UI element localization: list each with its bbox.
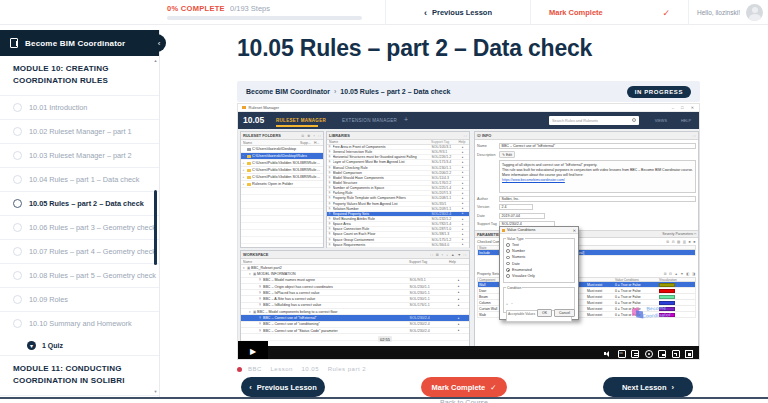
help-icon[interactable]: ●: [458, 243, 468, 246]
previous-lesson-link[interactable]: ‹ Previous Lesson: [385, 0, 530, 25]
transcript-icon[interactable]: [631, 350, 639, 358]
dialog-titlebar[interactable]: Value Conditions ✕: [500, 227, 578, 234]
help-icon[interactable]: ●: [458, 187, 468, 190]
tab-ruleset-manager[interactable]: RULESET MANAGER: [276, 118, 326, 123]
help-icon[interactable]: ●: [458, 197, 468, 200]
tree-caret-icon[interactable]: −: [243, 154, 247, 158]
ok-button[interactable]: OK: [537, 309, 552, 317]
help-icon[interactable]: ●: [458, 156, 468, 159]
add-tab-button[interactable]: +: [404, 116, 408, 123]
help-icon[interactable]: ●: [458, 166, 468, 169]
radio-icon[interactable]: [506, 249, 510, 253]
video-player[interactable]: Ruleset Manager – □ ✕ 10.05 RULESET MANA…: [237, 103, 700, 360]
color-swatch[interactable]: [659, 289, 675, 293]
version-field[interactable]: 2.4: [499, 204, 533, 210]
radio-icon[interactable]: [506, 243, 510, 247]
help-icon[interactable]: ●: [450, 285, 468, 288]
help-icon[interactable]: ●: [458, 192, 468, 195]
search-input[interactable]: [549, 116, 639, 125]
color-swatch[interactable]: [659, 283, 675, 287]
help-icon[interactable]: ●: [450, 298, 468, 301]
help-icon[interactable]: ●: [458, 238, 468, 241]
sidebar-quiz-item[interactable]: ▾ 1 Quiz: [0, 336, 159, 356]
edit-button[interactable]: ✎ Edit: [499, 151, 515, 158]
sidebar-lesson-item[interactable]: 10.07 Rules – part 4 – Geometry check: [0, 240, 159, 264]
fullscreen-icon[interactable]: [685, 350, 693, 358]
help-icon[interactable]: ●: [458, 207, 468, 210]
folder-row[interactable]: + C:\Users\Public\Golden SOLIBRI\Ruleset…: [241, 160, 323, 167]
breadcrumb-course-link[interactable]: Become BIM Coordinator: [246, 88, 330, 95]
components-table-icons[interactable]: ⊞ ⊟ ▤ ▥ ■ ■: [666, 240, 696, 244]
back-to-course-link[interactable]: Back to Course: [421, 399, 507, 403]
sidebar-lesson-item[interactable]: 10.01 Introduction: [0, 96, 159, 120]
sidebar-scrollbar[interactable]: ▲ ▼: [153, 60, 158, 392]
help-icon[interactable]: ●: [450, 317, 468, 320]
folders-toolbar-icons[interactable]: ⊙ ⊕ ↑ □: [301, 134, 321, 138]
menu-views[interactable]: VIEWS: [655, 119, 667, 123]
tab-extension-manager[interactable]: EXTENSION MANAGER: [342, 118, 397, 123]
folder-row[interactable]: + C:\Users\Public\Golden SOLIBRI\Ruleset…: [241, 174, 323, 181]
radio-icon[interactable]: [506, 256, 510, 260]
course-link[interactable]: https://www.becomebimcoordinator.com/: [502, 178, 565, 182]
color-swatch[interactable]: [659, 295, 675, 299]
scrollbar-thumb[interactable]: [154, 190, 157, 265]
help-icon[interactable]: ●: [450, 279, 468, 282]
author-field[interactable]: Solibri, Inc.: [499, 196, 696, 202]
folder-row[interactable]: C:\Users\ilozinski\Desktop: [241, 146, 323, 153]
folder-row[interactable]: − C:\Users\ilozinski\Desktop\Rules: [241, 153, 323, 160]
help-icon[interactable]: ●: [458, 202, 468, 205]
picture-in-picture-icon[interactable]: [658, 350, 666, 358]
help-icon[interactable]: ●: [458, 146, 468, 149]
libraries-toolbar-icons[interactable]: □: [464, 134, 467, 138]
help-icon[interactable]: ●: [458, 212, 468, 215]
help-icon[interactable]: ●: [458, 161, 468, 164]
condition-tools-icons[interactable]: + −: [506, 302, 514, 306]
folder-row[interactable]: + C:\Users\Public\Golden SOLIBRI\Ruleset…: [241, 167, 323, 174]
next-lesson-button[interactable]: Next Lesson ›: [603, 377, 693, 397]
folder-row[interactable]: + Rulesets Open in Folder: [241, 181, 323, 188]
radio-icon[interactable]: [506, 262, 510, 266]
help-icon[interactable]: ●: [450, 329, 468, 332]
workspace-toolbar-icons[interactable]: □ ⊞ ↑ ↓ ▲ ▼ □: [431, 253, 467, 257]
close-icon[interactable]: ✕: [573, 228, 576, 233]
help-icon[interactable]: ●: [458, 171, 468, 174]
sidebar-lesson-item[interactable]: 10.05 Rules – part 2 – Data check: [0, 192, 159, 216]
info-toolbar-icons[interactable]: □: [693, 134, 696, 138]
tree-caret-icon[interactable]: +: [243, 175, 247, 179]
help-icon[interactable]: ●: [458, 228, 468, 231]
radio-icon[interactable]: [506, 274, 510, 278]
help-icon[interactable]: ●: [450, 323, 468, 326]
panel-expand-icon[interactable]: □: [694, 232, 696, 236]
tree-caret-icon[interactable]: +: [243, 168, 247, 172]
scroll-up-icon[interactable]: ▲: [153, 58, 158, 63]
value-type-option[interactable]: Visualize Only: [506, 273, 572, 279]
help-icon[interactable]: ●: [458, 182, 468, 185]
cancel-button[interactable]: Cancel: [554, 309, 575, 317]
help-icon[interactable]: ●: [458, 218, 468, 221]
settings-gear-icon[interactable]: [645, 350, 653, 358]
tree-caret-icon[interactable]: +: [243, 182, 247, 186]
menu-help[interactable]: HELP: [681, 119, 691, 123]
sidebar-lesson-item[interactable]: 10.02 Ruleset Manager – part 1: [0, 120, 159, 144]
volume-icon[interactable]: [604, 350, 612, 358]
play-button[interactable]: ▶: [238, 341, 268, 360]
sidebar-lesson-item[interactable]: 10.10 Summary and Homework: [0, 312, 159, 336]
cast-icon[interactable]: [672, 350, 680, 358]
mark-complete-button[interactable]: Mark Complete ✓: [421, 377, 507, 397]
sidebar-lesson-item[interactable]: 10.09 Roles: [0, 288, 159, 312]
rule-name-field[interactable]: BBC – Correct use of "IsExternal": [499, 143, 696, 149]
scroll-down-icon[interactable]: ▼: [153, 389, 158, 394]
sidebar-lesson-item[interactable]: 10.06 Rules – part 3 – Geometry check: [0, 216, 159, 240]
radio-icon[interactable]: [506, 268, 510, 272]
library-rule-row[interactable]: § Space Requirements SOL/36/4.0 ●: [327, 243, 469, 248]
help-icon[interactable]: ●: [458, 176, 468, 179]
date-field[interactable]: 2019-07-04: [499, 213, 545, 219]
property-sets-icons[interactable]: ⊞ ⊟ ▲ ▼ ◧ ◨: [664, 272, 696, 276]
sidebar-lesson-item[interactable]: 10.03 Ruleset Manager – part 2: [0, 144, 159, 168]
sidebar-lesson-item[interactable]: 10.04 Rules – part 1 – Data check: [0, 168, 159, 192]
user-menu[interactable]: Hello, ilozinski!: [688, 0, 768, 25]
help-icon[interactable]: ●: [458, 233, 468, 236]
mark-complete-link[interactable]: Mark Complete ✓: [530, 0, 688, 25]
tree-caret-icon[interactable]: +: [243, 161, 247, 165]
window-controls-icons[interactable]: – □ ✕: [672, 105, 697, 110]
